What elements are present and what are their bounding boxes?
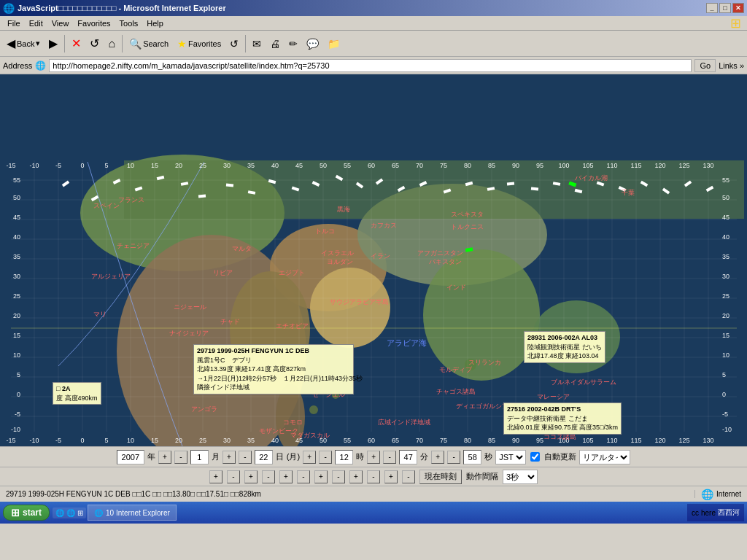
start-button[interactable]: ⊞ start [3, 505, 50, 521]
sat-box-3[interactable]: 27516 2002-042B DRT'S データ中継技術衛星 こだま 北緯0.… [503, 402, 622, 435]
sat-box-3-title: 27516 2002-042B DRT'S [507, 405, 618, 414]
svg-text:フランス: フランス [118, 196, 144, 203]
status-bar: 29719 1999-025H FENGYUN 1C DEB □□1C □□ □… [0, 486, 747, 502]
forward-button[interactable]: ▶ [45, 33, 61, 55]
stop-button[interactable]: ✕ [68, 33, 85, 55]
svg-text:マルタ: マルタ [232, 245, 252, 252]
hour-plus-btn[interactable]: + [303, 451, 316, 464]
minimize-button[interactable]: _ [706, 3, 718, 13]
sat-box-5[interactable]: □ 2A 度 高度490km [53, 382, 101, 405]
svg-text:カフカス: カフカス [371, 222, 397, 229]
current-time-button[interactable]: 現在時刻 [419, 470, 462, 484]
toolbar-separator-3 [245, 35, 246, 52]
print-button[interactable]: 🖨 [266, 33, 284, 55]
sec-label: 秒 [484, 451, 492, 462]
svg-text:インド: インド [446, 284, 466, 291]
hour2-plus-btn[interactable]: + [314, 470, 328, 483]
month2-plus-btn[interactable]: + [244, 470, 258, 483]
close-button[interactable]: ✕ [732, 3, 744, 13]
interval-select[interactable]: 3秒 5秒 10秒 [503, 470, 538, 484]
svg-text:ブルネイダルサラーム: ブルネイダルサラーム [551, 378, 616, 386]
edit-icon: ✏ [289, 38, 298, 50]
status-text: 29719 1999-025H FENGYUN 1C DEB □□1C □□ □… [0, 490, 695, 498]
toolbar-separator-2 [122, 35, 123, 52]
svg-point-11 [309, 405, 318, 414]
address-input[interactable] [49, 59, 692, 72]
discuss-button[interactable]: 💬 [303, 33, 322, 55]
svg-text:115: 115 [630, 162, 641, 169]
mail-button[interactable]: ✉ [249, 33, 265, 55]
sat-box-1[interactable]: 29719 1999-025H FENGYUN 1C DEB 風雲1号C デブリ… [193, 344, 354, 394]
sec-input[interactable] [463, 450, 481, 464]
sat-box-1-line2: 北緯13.39度 東経17.41度 高度827km [197, 365, 350, 374]
back-button[interactable]: ◀ Back ▾ [3, 33, 44, 55]
svg-text:55: 55 [722, 176, 729, 184]
year2-minus-btn[interactable]: - [227, 470, 240, 483]
day-input[interactable] [255, 450, 273, 464]
month-minus-btn[interactable]: - [174, 451, 187, 464]
realtime-select[interactable]: リアルタイム 手動 [579, 450, 630, 464]
min2-minus-btn[interactable]: - [367, 470, 380, 483]
min-plus-btn[interactable]: + [367, 451, 380, 464]
history-button[interactable]: ↺ [226, 33, 242, 55]
svg-text:リビア: リビア [213, 269, 233, 276]
menu-help[interactable]: Help [142, 18, 168, 29]
svg-text:15: 15 [151, 437, 158, 444]
month-input[interactable] [190, 450, 209, 464]
history-icon: ↺ [230, 38, 239, 50]
year2-plus-btn[interactable]: + [209, 470, 222, 483]
go-button[interactable]: Go [694, 59, 716, 72]
svg-text:10: 10 [722, 351, 729, 359]
svg-text:110: 110 [606, 437, 617, 444]
hour-minus-btn[interactable]: - [319, 451, 332, 464]
day-plus-btn[interactable]: + [222, 451, 236, 464]
svg-text:-10: -10 [29, 437, 39, 444]
month-plus-btn[interactable]: + [158, 451, 171, 464]
refresh-icon: ↺ [90, 36, 99, 50]
controls-bar-2: + - + - + - + - + - + - 現在時刻 動作間隔 3秒 5秒 … [0, 467, 747, 486]
media-button[interactable]: 📁 [324, 33, 344, 55]
favorites-button[interactable]: ★ Favorites [174, 33, 225, 55]
hour2-minus-btn[interactable]: - [332, 470, 345, 483]
edit-button[interactable]: ✏ [285, 33, 301, 55]
sec-plus-btn[interactable]: + [431, 451, 444, 464]
year-input[interactable] [117, 450, 144, 464]
sec2-minus-btn[interactable]: - [402, 470, 415, 483]
search-icon: 🔍 [129, 38, 142, 50]
search-button[interactable]: 🔍 Search [125, 33, 172, 55]
home-icon: ⌂ [108, 37, 115, 50]
sat-box-1-time: →1月22日(月)12時2分57秒 １月22日(月)11時43分35秒 [197, 374, 350, 384]
day2-minus-btn[interactable]: - [297, 470, 310, 483]
menu-edit[interactable]: Edit [25, 18, 47, 29]
svg-text:コモロ: コモロ [283, 419, 303, 426]
min2-plus-btn[interactable]: + [349, 470, 363, 483]
day2-plus-btn[interactable]: + [279, 470, 293, 483]
refresh-button[interactable]: ↺ [86, 33, 103, 55]
svg-text:5: 5 [722, 371, 726, 378]
maximize-button[interactable]: □ [719, 3, 731, 13]
svg-text:イスラエル: イスラエル [321, 249, 354, 257]
ie-taskbar-button[interactable]: 🌐 10 Internet Explorer [88, 505, 177, 521]
hour-input[interactable] [335, 450, 353, 464]
svg-text:85: 85 [488, 437, 495, 444]
svg-text:40: 40 [271, 437, 279, 444]
svg-text:-15: -15 [6, 437, 15, 444]
menu-tools[interactable]: Tools [115, 18, 143, 29]
day-minus-btn[interactable]: - [239, 451, 252, 464]
sec-minus-btn[interactable]: - [447, 451, 460, 464]
svg-text:55: 55 [13, 176, 20, 184]
svg-text:95: 95 [536, 162, 543, 169]
svg-text:75: 75 [440, 437, 447, 444]
menu-favorites[interactable]: Favorites [73, 18, 115, 29]
menu-view[interactable]: View [47, 18, 74, 29]
sat-box-2[interactable]: 28931 2006-002A AL03 陸域観測技術衛星 だいち 北緯17.4… [524, 331, 605, 363]
month2-minus-btn[interactable]: - [262, 470, 275, 483]
tz-select[interactable]: JST UTC [495, 450, 526, 464]
min-input[interactable] [399, 450, 417, 464]
menu-file[interactable]: File [3, 18, 25, 29]
sat-box-5-line1: 度 高度490km [56, 394, 98, 403]
min-minus-btn[interactable]: - [383, 451, 396, 464]
home-button[interactable]: ⌂ [104, 33, 119, 55]
auto-update-checkbox[interactable] [530, 452, 540, 462]
sec2-plus-btn[interactable]: + [384, 470, 398, 483]
